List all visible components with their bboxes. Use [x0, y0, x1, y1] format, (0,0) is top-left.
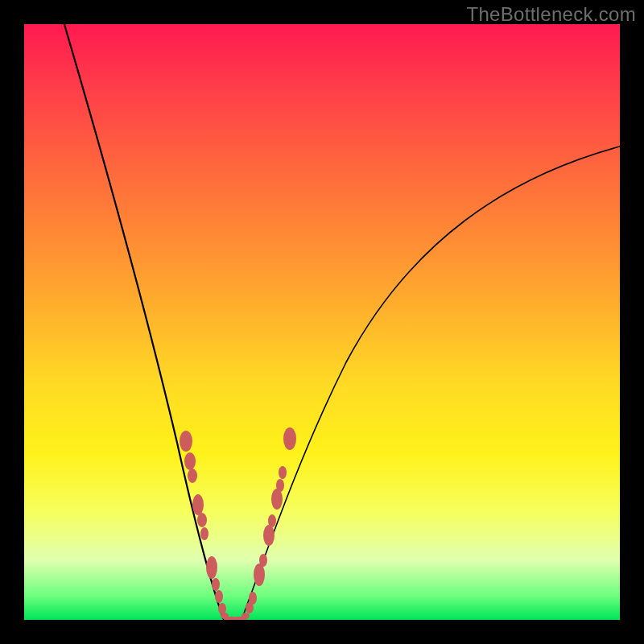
- svg-point-9: [218, 603, 226, 614]
- svg-point-2: [188, 469, 197, 483]
- svg-point-4: [197, 513, 207, 527]
- svg-point-5: [200, 527, 208, 540]
- svg-point-1: [184, 452, 196, 470]
- svg-point-0: [180, 431, 192, 452]
- svg-point-21: [268, 514, 276, 527]
- svg-point-8: [215, 590, 223, 603]
- svg-point-7: [212, 578, 220, 591]
- svg-point-24: [279, 466, 287, 479]
- svg-point-18: [254, 564, 265, 586]
- svg-point-23: [276, 479, 284, 492]
- svg-point-19: [259, 554, 267, 567]
- svg-point-25: [283, 427, 296, 450]
- sample-points: [180, 427, 296, 620]
- svg-point-22: [271, 489, 283, 510]
- svg-point-15: [242, 613, 250, 619]
- svg-point-3: [192, 494, 204, 515]
- left-curve: [60, 24, 224, 620]
- curve-layer: [24, 24, 620, 620]
- svg-point-20: [263, 525, 275, 546]
- chart-frame: TheBottleneck.com: [0, 0, 644, 644]
- watermark-text: TheBottleneck.com: [466, 3, 636, 26]
- plot-area: [24, 24, 620, 620]
- svg-point-17: [249, 592, 257, 605]
- right-curve: [242, 147, 620, 620]
- svg-point-6: [206, 556, 217, 579]
